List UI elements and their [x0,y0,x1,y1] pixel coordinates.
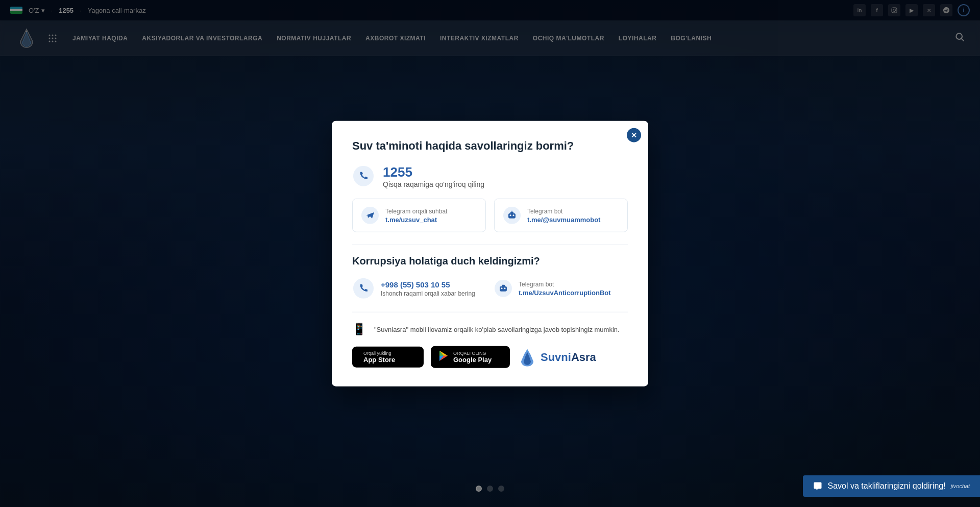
googleplay-sublabel: ORQALI OLING [453,351,492,356]
corruption-bot-info: Telegram bot t.me/UzsuvAnticorruptionBot [519,280,611,296]
contact-modal: ✕ Suv ta'minoti haqida savollaringiz bor… [332,120,648,387]
phone-number: 1255 [383,164,484,179]
corruption-contact-row: +998 (55) 503 10 55 Ishonch raqami orqal… [352,277,628,300]
telegram-chat-link[interactable]: t.me/uzsuv_chat [385,215,447,223]
svg-point-20 [513,214,514,216]
googleplay-icon [438,350,449,364]
corruption-phone-item: +998 (55) 503 10 55 Ishonch raqami orqal… [352,277,486,300]
phone-section: 1255 Qisqa raqamiga qo'ng'iroq qiling [352,164,628,188]
svg-rect-18 [508,213,516,219]
asra-text: Asra [571,350,596,363]
corruption-phone-icon-wrap [352,277,375,300]
appstore-mainlabel: App Store [363,356,395,364]
telegram-chat-icon [361,206,379,225]
suvni-text: Suvni [541,350,571,363]
appstore-sublabel: Orqali yukling [363,351,395,356]
svg-rect-25 [500,286,507,292]
corruption-phone-icon [353,278,374,299]
googleplay-mainlabel: Google Play [453,356,492,364]
phone-icon [353,165,374,186]
corruption-phone-info: +998 (55) 503 10 55 Ishonch raqami orqal… [381,280,475,297]
corruption-phone-sub: Ishonch raqami orqali xabar bering [381,289,475,297]
telegram-chat-info: Telegram orqali suhbat t.me/uzsuv_chat [385,207,447,223]
mobile-icon: 📱 [352,323,366,336]
telegram-row: Telegram orqali suhbat t.me/uzsuv_chat T… [352,199,628,232]
svg-point-19 [510,214,511,216]
telegram-bot-icon [503,206,521,225]
corruption-phone-number: +998 (55) 503 10 55 [381,280,475,288]
phone-sub: Qisqa raqamiga qo'ng'iroq qiling [383,180,484,188]
modal-close-button[interactable]: ✕ [627,128,641,142]
suvniasra-text: SuvniAsra [541,350,596,364]
svg-point-27 [504,287,506,289]
telegram-bot-card[interactable]: Telegram bot t.me/@suvmuammobot [494,199,628,232]
chat-widget-text: Savol va takliflaringizni qoldiring! [827,481,945,491]
chat-icon [813,481,822,491]
modal-divider [352,245,628,245]
appstore-label: Orqali yukling App Store [363,351,395,364]
jivo-badge: jivochat [951,483,970,489]
corruption-bot-icon [494,279,512,298]
telegram-chat-card[interactable]: Telegram orqali suhbat t.me/uzsuv_chat [352,199,486,232]
chat-widget[interactable]: Savol va takliflaringizni qoldiring! jiv… [803,475,980,497]
googleplay-button[interactable]: ORQALI OLING Google Play [431,346,510,368]
modal-divider-2 [352,312,628,312]
svg-point-23 [353,278,374,299]
appstore-button[interactable]: Orqali yukling App Store [352,347,424,368]
section2-title: Korrupsiya holatiga duch keldingizmi? [352,255,628,267]
app-section: 📱 "Suvniasra" mobil ilovamiz orqalik ko'… [352,323,628,336]
app-text: "Suvniasra" mobil ilovamiz orqalik ko'pl… [374,325,620,333]
svg-point-15 [353,165,374,186]
store-buttons: Orqali yukling App Store ORQALI OLING Go… [352,346,628,368]
googleplay-label: ORQALI OLING Google Play [453,351,492,364]
suvniasra-logo: SuvniAsra [517,348,596,366]
modal-title: Suv ta'minoti haqida savollaringiz bormi… [352,139,628,152]
suvniasra-icon [517,348,537,366]
phone-info: 1255 Qisqa raqamiga qo'ng'iroq qiling [383,164,484,188]
svg-rect-28 [502,285,505,287]
corruption-bot-item: Telegram bot t.me/UzsuvAnticorruptionBot [494,277,628,300]
telegram-bot-link[interactable]: t.me/@suvmuammobot [527,215,600,223]
svg-point-26 [501,287,503,289]
telegram-bot-info: Telegram bot t.me/@suvmuammobot [527,207,600,223]
svg-rect-21 [510,212,513,214]
telegram-chat-label: Telegram orqali suhbat [385,207,447,214]
corruption-bot-link[interactable]: t.me/UzsuvAnticorruptionBot [519,288,611,296]
telegram-bot-label: Telegram bot [527,207,600,214]
phone-icon-wrap [352,164,375,187]
corruption-bot-label: Telegram bot [519,280,611,287]
